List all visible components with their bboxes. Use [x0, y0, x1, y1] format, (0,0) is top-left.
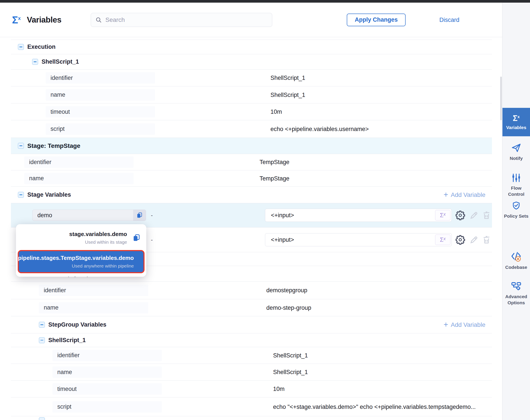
path-option-stage-scope[interactable]: stage.variables.demo Used within its sta…: [16, 226, 146, 249]
variables-sigma-icon: Σx: [12, 15, 21, 25]
delete-trash-icon[interactable]: [482, 211, 491, 220]
section-label: ShellScript_1: [48, 337, 86, 344]
field-value: 10m: [273, 386, 285, 392]
field-value: ShellScript_1: [273, 352, 308, 359]
field-value: demostepgroup: [266, 287, 308, 294]
field-value: echo "<+stage.variables.demo>" echo <+pi…: [273, 403, 476, 410]
toolbar-item-policy-sets[interactable]: Policy Sets: [502, 201, 530, 219]
expression-type-button[interactable]: Σx: [435, 210, 450, 221]
toolbar-item-advanced-options[interactable]: Advanced Options: [502, 281, 530, 306]
collapse-minus-icon[interactable]: [39, 417, 45, 420]
toolbar-item-variables[interactable]: Σx Variables: [502, 108, 530, 136]
variable-value-input[interactable]: <+input> Σx: [265, 233, 452, 246]
variable-row-demo: demo - <+input> Σx: [11, 203, 492, 227]
variable-value-input[interactable]: <+input> Σx: [265, 209, 452, 222]
settings-gear-icon[interactable]: [455, 210, 465, 220]
edit-pencil-icon[interactable]: [469, 235, 479, 245]
edit-pencil-icon[interactable]: [469, 210, 479, 220]
field-label-box: name: [46, 89, 155, 101]
field-row: identifier ShellScript_1: [11, 70, 492, 86]
field-value: TempStage: [260, 159, 290, 165]
field-value: ShellScript_1: [270, 91, 305, 98]
section-label: ShellScript_1: [42, 59, 79, 65]
variable-name-input[interactable]: demo: [32, 210, 146, 221]
section-label: StepGroup Variables: [48, 321, 106, 328]
path-text: pipeline.stages.TempStage.variables.demo: [18, 255, 134, 261]
add-variable-button[interactable]: + Add Variable: [444, 191, 486, 198]
variables-sigma-icon: Σx: [513, 114, 520, 122]
field-label-box: timeout: [52, 383, 162, 395]
section-row-execution: Execution: [11, 40, 492, 54]
field-label-box: name: [52, 366, 162, 378]
field-label-box: identifier: [46, 72, 155, 84]
stage-title: Stage: TempStage: [27, 142, 80, 150]
field-value: ShellScript_1: [273, 369, 308, 375]
notify-paper-plane-icon: [511, 143, 521, 153]
field-value: echo <+pipeline.variables.username>: [270, 126, 369, 132]
apply-changes-button[interactable]: Apply Changes: [347, 14, 406, 26]
copy-icon[interactable]: [132, 234, 141, 242]
field-row: script echo "<+stage.variables.demo>" ec…: [11, 397, 492, 416]
scope-text: Used anywhere within pipeline: [18, 263, 134, 269]
delete-trash-icon[interactable]: [482, 235, 491, 244]
discard-button[interactable]: Discard: [439, 16, 459, 23]
copy-icon: [136, 212, 143, 219]
section-label: Stage Variables: [27, 191, 71, 198]
toolbar-item-flow-control[interactable]: Flow Control: [502, 173, 530, 197]
plus-icon: +: [444, 320, 448, 328]
add-variable-button[interactable]: + Add Variable: [444, 321, 486, 328]
toolbar-item-notify[interactable]: Notify: [502, 143, 530, 162]
search-icon: [95, 17, 102, 23]
search-box[interactable]: [91, 13, 272, 27]
search-input[interactable]: [105, 16, 268, 23]
header: Σx Variables Apply Changes Discard: [0, 3, 502, 37]
toolbar-item-codebase[interactable]: Codebase: [502, 251, 530, 270]
window-top-strip: [0, 0, 530, 3]
settings-gear-icon[interactable]: [455, 235, 465, 245]
field-row: timeout 10m: [11, 104, 492, 120]
collapse-minus-icon[interactable]: [39, 322, 45, 328]
collapse-minus-icon[interactable]: [18, 44, 24, 50]
field-value: TempStage: [260, 175, 290, 182]
expression-type-button[interactable]: Σx: [435, 235, 450, 245]
field-row: identifier demostepgroup: [11, 282, 492, 299]
field-row: identifier TempStage: [11, 154, 492, 170]
section-label: Execution: [27, 44, 56, 50]
field-value: ShellScript_1: [270, 75, 305, 81]
variable-required-dash: -: [151, 212, 153, 219]
field-row: timeout 10m: [11, 381, 492, 397]
field-row: name ShellScript_1: [11, 364, 492, 381]
collapse-minus-icon[interactable]: [39, 337, 45, 343]
field-label-box: name: [24, 173, 133, 184]
field-value: 10m: [270, 108, 282, 115]
section-row-stage-variables: Stage Variables + Add Variable: [11, 187, 492, 203]
field-row: identifier ShellScript_1: [11, 347, 492, 364]
advanced-options-flow-gear-icon: [511, 281, 521, 291]
section-row-shellscript: ShellScript_1: [11, 54, 492, 70]
field-label-box: identifier: [24, 156, 133, 168]
field-label-box: identifier: [39, 285, 148, 296]
variable-required-dash: -: [151, 237, 153, 243]
collapse-minus-icon[interactable]: [18, 143, 24, 149]
field-value: demo-step-group: [266, 304, 311, 311]
collapse-minus-icon[interactable]: [32, 59, 38, 65]
scrollbar-thumb[interactable]: [500, 76, 502, 120]
collapse-minus-icon[interactable]: [18, 192, 24, 198]
field-row: name demo-step-group: [11, 299, 492, 316]
plus-icon: +: [444, 191, 448, 198]
codebase-warning-icon: [511, 251, 522, 262]
right-toolbar: Σx Variables Notify Flow Control Policy …: [502, 3, 530, 420]
stage-header-row: Stage: TempStage: [11, 138, 492, 154]
section-row-shellscript-nested: ShellScript_1: [11, 333, 492, 347]
field-label-box: timeout: [46, 106, 155, 118]
path-option-pipeline-scope[interactable]: pipeline.stages.TempStage.variables.demo…: [18, 250, 145, 273]
section-row-stepgroup-variables: StepGroup Variables + Add Variable: [11, 316, 492, 333]
field-row: script echo <+pipeline.variables.usernam…: [11, 120, 492, 138]
field-label-box: script: [52, 401, 162, 413]
field-row: name TempStage: [11, 170, 492, 187]
page-title: Variables: [27, 15, 61, 25]
path-text: stage.variables.demo: [69, 231, 127, 238]
copy-button[interactable]: [133, 210, 146, 221]
variable-path-popover: stage.variables.demo Used within its sta…: [16, 224, 146, 277]
partial-next-row: [11, 416, 492, 420]
